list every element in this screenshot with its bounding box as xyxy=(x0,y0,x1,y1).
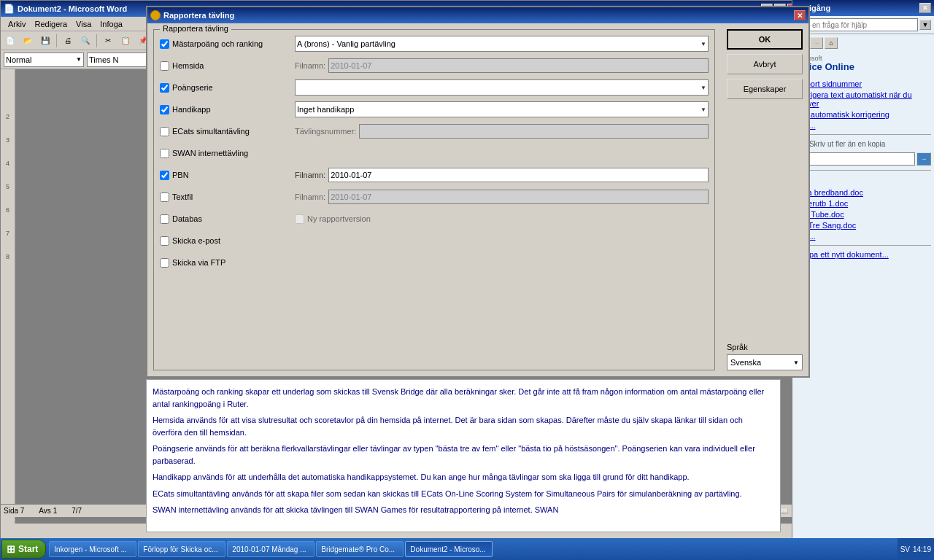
autocorrect-link[interactable]: Korrigera text automatiskt när du skrive… xyxy=(795,90,931,108)
recent-item-3[interactable]: BK Tre Sang.doc xyxy=(795,221,931,230)
section-info: Avs 1 xyxy=(39,507,57,515)
label-textfil-filename: Filnamn: xyxy=(295,192,325,201)
checkbox-textfil[interactable] xyxy=(160,192,169,202)
language-dropdown-arrow: ▼ xyxy=(793,359,799,366)
field-pbn-filename[interactable] xyxy=(328,168,709,182)
panel-divider-1 xyxy=(795,134,931,135)
taskbar-item-4[interactable]: Dokument2 - Microso... xyxy=(405,541,493,557)
dropdown-poaangserie[interactable]: ▼ xyxy=(295,79,709,96)
separator-2 xyxy=(96,34,97,47)
recent-item-0[interactable]: Telia bredband.doc xyxy=(795,188,931,197)
menu-visa[interactable]: Visa xyxy=(72,18,96,30)
more-link-2[interactable]: Fler... xyxy=(795,232,931,241)
nav-home-btn[interactable]: ⌂ xyxy=(825,37,838,49)
recent-item-2[interactable]: Voy Tube.doc xyxy=(795,210,931,219)
checkbox-skicka-ftp[interactable] xyxy=(160,258,169,268)
checkbox-swan[interactable] xyxy=(160,149,169,158)
checkbox-mastarpoang[interactable] xyxy=(160,39,169,49)
language-dropdown[interactable]: Svenska ▼ xyxy=(727,354,803,370)
menu-infoga[interactable]: Infoga xyxy=(96,18,127,30)
save-btn[interactable]: 💾 xyxy=(37,34,53,48)
help-search-go[interactable]: ▼ xyxy=(919,20,931,30)
form-row-ecats: ECats simultantävling Tävlingsnummer: xyxy=(160,123,709,139)
checkbox-handikapp[interactable] xyxy=(160,105,169,114)
panel-divider-2 xyxy=(795,170,931,171)
checkbox-label-databas: Databas xyxy=(160,214,295,224)
new-doc-link[interactable]: Skapa ett nytt dokument... xyxy=(795,250,931,259)
more-link-1[interactable]: Fler... xyxy=(795,121,931,130)
right-panel-controls: ✕ xyxy=(919,3,931,13)
taskbar-item-1[interactable]: Förlopp för Skicka oc... xyxy=(138,541,225,557)
menu-verktyg[interactable] xyxy=(136,23,144,26)
dropdown-poaangserie-arrow: ▼ xyxy=(700,85,706,91)
language-label: Språk xyxy=(727,343,803,351)
help-search-input[interactable] xyxy=(795,18,918,31)
info-text-2: Poängserie används för att beräkna flerk… xyxy=(153,443,774,467)
form-row-databas: Databas Ny rapportversion xyxy=(160,211,709,227)
ok-button[interactable]: OK xyxy=(727,29,803,50)
nav-forward-btn[interactable]: → xyxy=(810,37,823,49)
dropdown-handikapp[interactable]: Inget handikapp ▼ xyxy=(295,101,709,117)
label-ecats-number: Tävlingsnummer: xyxy=(295,127,356,136)
field-textfil-filename xyxy=(328,190,709,204)
info-area: Mästarpoäng och ranking skapar ett under… xyxy=(146,379,781,532)
preview-btn[interactable]: 🔍 xyxy=(77,34,93,48)
info-text-0: Mästarpoäng och ranking skapar ett under… xyxy=(153,386,774,410)
checkbox-poaangserie[interactable] xyxy=(160,83,169,93)
checkbox-ecats[interactable] xyxy=(160,127,169,136)
remove-page-numbers-link[interactable]: Ta bort sidnummer xyxy=(795,79,931,88)
field-ecats-number xyxy=(359,124,709,139)
dialog-titlebar: Rapportera tävling ✕ xyxy=(147,7,808,23)
dropdown-mastarpoang[interactable]: A (brons) - Vanlig partävling ▼ xyxy=(295,36,709,52)
dropdown-mastarpoang-arrow: ▼ xyxy=(700,41,706,47)
search-input-box[interactable] xyxy=(795,152,915,166)
taskbar-item-0[interactable]: Inkorgen - Microsoft ... xyxy=(49,541,136,557)
info-text-5: SWAN internettävling används för att ski… xyxy=(153,504,774,516)
taskbar-item-3[interactable]: Bridgemate® Pro Co... xyxy=(316,541,404,557)
checkbox-pbn[interactable] xyxy=(160,171,169,180)
label-ny-rapportversion: Ny rapportversion xyxy=(307,214,371,223)
checkbox-databas[interactable] xyxy=(160,214,169,224)
info-text-4: ECats simultantävling används för att sk… xyxy=(153,488,774,500)
panel-divider-3 xyxy=(795,245,931,246)
form-row-skicka-ftp: Skicka via FTP xyxy=(160,254,709,271)
dialog-close-btn[interactable]: ✕ xyxy=(794,10,806,20)
checkbox-skicka-epost[interactable] xyxy=(160,236,169,246)
taskbar: ⊞ Start Inkorgen - Microsoft ... Förlopp… xyxy=(0,538,934,560)
taskbar-item-2[interactable]: 2010-01-07 Måndag ... xyxy=(227,541,314,557)
checkbox-hemsida[interactable] xyxy=(160,61,169,71)
help-search-area: ▼ xyxy=(792,16,934,34)
checkbox-label-skicka-epost: Skicka e-post xyxy=(160,236,295,246)
search-go-btn[interactable]: → xyxy=(916,152,931,166)
dialog-left: Rapportera tävling Mästarpoäng och ranki… xyxy=(147,23,721,376)
group-box-title: Rapportera tävling xyxy=(160,24,231,33)
avbryt-button[interactable]: Avbryt xyxy=(727,54,803,74)
checkbox-ny-rapportversion xyxy=(295,214,304,224)
open-btn[interactable]: 📂 xyxy=(20,34,36,48)
checkbox-label-textfil: Textfil xyxy=(160,192,295,202)
checkbox-label-ecats: ECats simultantävling xyxy=(160,127,295,136)
autocorrect2-link[interactable]: Om automatisk korrigering xyxy=(795,110,931,119)
help-links: Ta bort sidnummer Korrigera text automat… xyxy=(795,79,931,130)
cut-btn[interactable]: ✂ xyxy=(100,34,116,48)
menu-redigera[interactable]: Redigera xyxy=(30,18,72,30)
menu-format[interactable] xyxy=(127,23,136,26)
right-panel-close[interactable]: ✕ xyxy=(919,3,931,13)
nav-arrows: ← → ⌂ xyxy=(792,34,934,52)
left-ruler: 2 3 4 5 6 7 8 xyxy=(1,69,15,524)
new-btn[interactable]: 📄 xyxy=(2,34,18,48)
copy-btn[interactable]: 📋 xyxy=(117,34,134,48)
print-btn[interactable]: 🖨 xyxy=(60,34,76,48)
dialog-icon xyxy=(150,10,161,20)
start-button[interactable]: ⊞ Start xyxy=(1,540,46,559)
egenskaper-button[interactable]: Egenskaper xyxy=(727,79,803,99)
info-text-1: Hemsida används för att visa slutresulta… xyxy=(153,414,774,438)
style-dropdown[interactable]: Normal ▼ xyxy=(4,52,84,67)
group-box: Rapportera tävling Mästarpoäng och ranki… xyxy=(153,29,715,370)
menu-arkiv[interactable]: Arkiv xyxy=(4,18,30,30)
recent-item-1[interactable]: Ruterutb 1.doc xyxy=(795,199,931,208)
right-panel: ma igång ✕ ▼ ← → ⌂ Microsoft Office Onli… xyxy=(792,0,934,540)
label-pbn-filename: Filnamn: xyxy=(295,171,325,179)
dialog-title: Rapportera tävling xyxy=(163,11,234,20)
checkbox-label-poaangserie: Poängserie xyxy=(160,83,295,93)
